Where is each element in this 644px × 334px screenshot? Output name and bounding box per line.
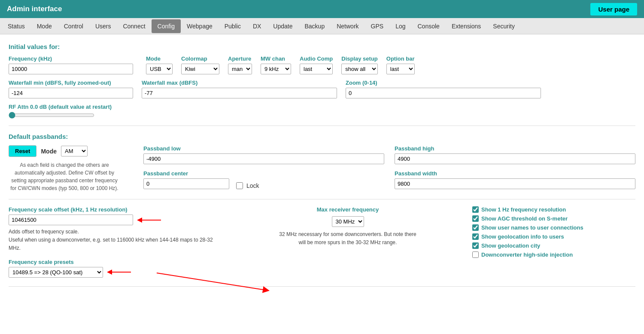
aperture-select[interactable]: manauto <box>228 64 252 74</box>
freq-offset-section: Frequency scale offset (kHz, 1 Hz resolu… <box>9 206 223 278</box>
max-receiver-select[interactable]: 30 MHz 32 MHz <box>332 216 364 227</box>
wf-min-field-group: Waterfall min (dBFS, fully zoomed-out) <box>9 80 133 98</box>
pb-low-label: Passband low <box>143 145 384 152</box>
arrow-presets-icon <box>107 268 133 276</box>
option-bar-field-group: Option bar lastonoff <box>386 55 415 74</box>
show-geolocation-label: Show geolocation info to users <box>481 233 564 240</box>
tab-users[interactable]: Users <box>89 19 117 33</box>
downconverter-checkbox[interactable] <box>472 251 479 258</box>
topbar: Admin interface User page <box>0 0 644 18</box>
show-1hz-label: Show 1 Hz frequency resolution <box>481 206 566 213</box>
display-setup-field-group: Display setup show allspectrumwaterfall <box>341 55 378 74</box>
pb-width-group: Passband width <box>395 170 635 189</box>
audio-comp-select[interactable]: lastonoff <box>300 64 333 74</box>
user-page-button[interactable]: User page <box>590 3 637 15</box>
rf-attn-label: RF Attn 0.0 dB (default value at restart… <box>9 104 112 110</box>
frequency-input[interactable] <box>9 64 133 74</box>
passbands-right: Passband high Passband width <box>395 145 635 189</box>
tab-log[interactable]: Log <box>389 19 411 33</box>
pb-center-label: Passband center <box>143 170 229 177</box>
reset-button[interactable]: Reset <box>9 145 36 157</box>
passbands-left: Reset Mode AMUSBLSBCWCWNFM As each field… <box>9 145 133 192</box>
lock-group: Lock <box>236 182 259 189</box>
max-receiver-note: 32 MHz necessary for some downconverters… <box>279 230 416 247</box>
audio-comp-label: Audio Comp <box>300 55 333 62</box>
mode-select[interactable]: USBAMFMCWCWNLSB <box>146 64 173 74</box>
pb-high-input[interactable] <box>395 153 635 164</box>
downconverter-label: Downconverter high-side injection <box>481 251 573 258</box>
tab-update[interactable]: Update <box>267 19 298 33</box>
initial-values-header: Initial values for: <box>9 43 635 50</box>
app-title: Admin interface <box>7 5 62 13</box>
mw-chan-select[interactable]: 9 kHz10 kHz <box>261 64 291 74</box>
mode-text-label: Mode <box>41 148 57 155</box>
audio-comp-field-group: Audio Comp lastonoff <box>300 55 333 74</box>
show-user-names-checkbox[interactable] <box>472 224 479 231</box>
colormap-field-group: Colormap KiwiRainbowGrayscale <box>181 55 219 74</box>
tab-console[interactable]: Console <box>412 19 446 33</box>
zoom-label: Zoom (0-14) <box>346 80 541 86</box>
main-content: Initial values for: Frequency (kHz) Mode… <box>0 34 644 334</box>
tab-network[interactable]: Network <box>331 19 365 33</box>
freq-offset-note1: Adds offset to frequency scale. <box>9 228 223 236</box>
wf-max-input[interactable] <box>142 88 337 98</box>
passbands-middle: Passband low Passband center Lock <box>143 145 384 189</box>
pb-width-input[interactable] <box>395 178 635 189</box>
lock-checkbox[interactable] <box>236 182 243 189</box>
mode-label: Mode <box>146 55 173 62</box>
frequency-label: Frequency (kHz) <box>9 55 133 62</box>
display-setup-label: Display setup <box>341 55 378 62</box>
tab-dx[interactable]: DX <box>247 19 267 33</box>
show-geolocation-city-row: Show geolocation city <box>472 242 635 249</box>
nav-tabs: Status Mode Control Users Connect Config… <box>0 18 644 34</box>
downconverter-row: Downconverter high-side injection <box>472 251 635 258</box>
max-receiver-label: Max receiver frequency <box>234 206 462 213</box>
show-geolocation-checkbox[interactable] <box>472 233 479 240</box>
freq-offset-input[interactable] <box>9 214 133 225</box>
tab-status[interactable]: Status <box>2 19 31 33</box>
wf-min-input[interactable] <box>9 88 133 98</box>
mw-chan-label: MW chan <box>261 55 291 62</box>
colormap-select[interactable]: KiwiRainbowGrayscale <box>181 64 219 74</box>
max-receiver-section: Max receiver frequency 30 MHz 32 MHz 32 … <box>234 206 462 247</box>
tab-public[interactable]: Public <box>219 19 247 33</box>
display-setup-select[interactable]: show allspectrumwaterfall <box>341 64 378 74</box>
show-agc-checkbox[interactable] <box>472 215 479 222</box>
freq-presets-group: Frequency scale presets 10489.5 => 28 (Q… <box>9 259 223 278</box>
show-agc-row: Show AGC threshold on S-meter <box>472 215 635 222</box>
tab-webpage[interactable]: Webpage <box>181 19 219 33</box>
tab-control[interactable]: Control <box>58 19 89 33</box>
lock-label: Lock <box>246 182 259 189</box>
tab-security[interactable]: Security <box>487 19 521 33</box>
show-user-names-label: Show user names to user connections <box>481 224 583 231</box>
tab-config[interactable]: Config <box>152 19 181 33</box>
show-1hz-checkbox[interactable] <box>472 206 479 213</box>
tab-extensions[interactable]: Extensions <box>446 19 487 33</box>
option-bar-label: Option bar <box>386 55 415 62</box>
zoom-input[interactable] <box>346 88 541 98</box>
wf-min-label: Waterfall min (dBFS, fully zoomed-out) <box>9 80 133 86</box>
show-geolocation-row: Show geolocation info to users <box>472 233 635 240</box>
mode-field-group: Mode USBAMFMCWCWNLSB <box>146 55 173 74</box>
wf-max-field-group: Waterfall max (dBFS) <box>142 80 337 98</box>
show-1hz-row: Show 1 Hz frequency resolution <box>472 206 635 213</box>
show-geolocation-city-checkbox[interactable] <box>472 242 479 249</box>
rf-attn-slider[interactable] <box>9 112 94 119</box>
pb-center-input[interactable] <box>143 178 229 189</box>
rf-attn-group: RF Attn 0.0 dB (default value at restart… <box>9 104 635 119</box>
tab-backup[interactable]: Backup <box>299 19 331 33</box>
arrow-left-icon <box>137 216 163 224</box>
tab-mode[interactable]: Mode <box>31 19 58 33</box>
tab-gps[interactable]: GPS <box>365 19 390 33</box>
colormap-label: Colormap <box>181 55 219 62</box>
pb-low-input[interactable] <box>143 153 384 164</box>
show-geolocation-city-label: Show geolocation city <box>481 242 540 249</box>
freq-presets-label: Frequency scale presets <box>9 259 74 265</box>
pb-high-label: Passband high <box>395 145 635 152</box>
passband-mode-select[interactable]: AMUSBLSBCWCWNFM <box>61 146 88 156</box>
wf-max-label: Waterfall max (dBFS) <box>142 80 337 86</box>
option-bar-select[interactable]: lastonoff <box>386 64 415 74</box>
aperture-field-group: Aperture manauto <box>228 55 252 74</box>
tab-connect[interactable]: Connect <box>117 19 151 33</box>
freq-presets-select[interactable]: 10489.5 => 28 (QO-100 sat) 116000 => 28 … <box>9 267 103 278</box>
